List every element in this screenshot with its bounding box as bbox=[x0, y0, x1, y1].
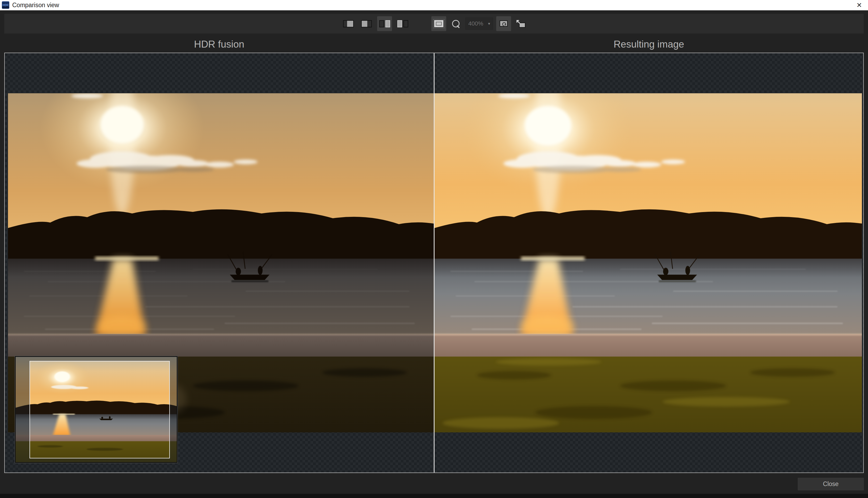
zoom-level-value: 400% bbox=[468, 20, 486, 27]
view-side-by-side-button[interactable] bbox=[377, 16, 392, 31]
fit-to-view-button[interactable] bbox=[496, 16, 511, 31]
zoom-level-combobox[interactable]: 400% ▾ bbox=[465, 17, 493, 30]
panel-divider bbox=[434, 53, 435, 472]
two-rects-right-filled-icon bbox=[379, 20, 390, 27]
window-title: Comparison view bbox=[12, 2, 59, 9]
view-split-button[interactable] bbox=[395, 16, 410, 31]
fit-view-icon bbox=[499, 19, 509, 28]
resulting-image[interactable] bbox=[435, 93, 862, 432]
split-rect-left-filled-icon bbox=[361, 20, 372, 27]
view-mode-left-button[interactable] bbox=[359, 16, 374, 31]
panel-label-hdr-fusion: HDR fusion bbox=[4, 39, 434, 50]
split-rect-right-filled-icon bbox=[343, 20, 354, 27]
navigator-viewport-rect[interactable] bbox=[29, 361, 170, 458]
hdr-app-icon: HDR bbox=[2, 1, 9, 9]
view-mode-right-button[interactable] bbox=[341, 16, 356, 31]
hdr-fusion-viewport[interactable] bbox=[5, 53, 434, 472]
close-button[interactable]: Close bbox=[798, 478, 864, 490]
navigator-minimap[interactable] bbox=[15, 356, 177, 463]
comparison-view-window: { "window": { "title": "Comparison view"… bbox=[0, 0, 868, 498]
panel-label-resulting-image: Resulting image bbox=[434, 39, 864, 50]
actual-size-button[interactable] bbox=[514, 16, 527, 31]
window-bottom-edge bbox=[0, 494, 868, 498]
compare-area bbox=[4, 53, 864, 473]
zoom-tool-button[interactable] bbox=[449, 16, 462, 31]
magnifier-icon bbox=[452, 20, 460, 27]
actual-size-icon bbox=[516, 19, 526, 28]
window-titlebar: HDR Comparison view ✕ bbox=[0, 0, 868, 10]
two-rects-left-filled-icon bbox=[397, 20, 408, 27]
window-close-button[interactable]: ✕ bbox=[851, 0, 868, 10]
resulting-image-viewport[interactable] bbox=[435, 53, 863, 472]
chevron-down-icon: ▾ bbox=[488, 21, 490, 26]
navigator-icon bbox=[434, 20, 443, 27]
toolbar: 400% ▾ bbox=[4, 14, 864, 34]
navigator-toggle-button[interactable] bbox=[431, 16, 446, 31]
